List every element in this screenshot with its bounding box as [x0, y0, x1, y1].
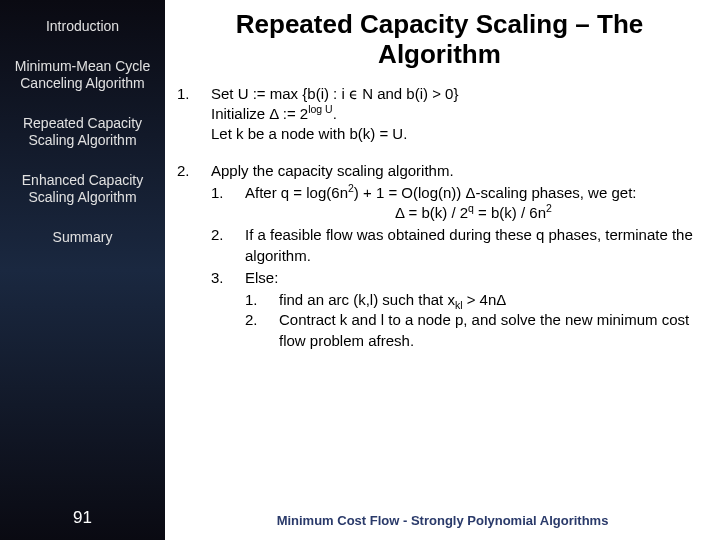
step2-3-1a: find an arc (k,l) such that x: [279, 291, 455, 308]
slide-title: Repeated Capacity Scaling – The Algorith…: [177, 10, 702, 70]
sidebar-item-ecs: Enhanced Capacity Scaling Algorithm: [8, 172, 157, 207]
step2-3-1-sub: kl: [455, 299, 463, 311]
step2-3-1: find an arc (k,l) such that xkl > 4nΔ: [245, 290, 702, 310]
sidebar: Introduction Minimum-Mean Cycle Cancelin…: [0, 0, 165, 540]
step2-1b: ) + 1 = O(log(n)) Δ-scaling phases, we g…: [354, 184, 637, 201]
slide-body: Set U := max {b(i) : i ϵ N and b(i) > 0}…: [177, 84, 702, 351]
step2-1-center-a: Δ = b(k) / 2: [395, 204, 468, 221]
sidebar-item-mmcc: Minimum-Mean Cycle Canceling Algorithm: [8, 58, 157, 93]
page-number: 91: [0, 508, 165, 528]
sidebar-item-rcs: Repeated Capacity Scaling Algorithm: [8, 115, 157, 150]
step1-line1: Set U := max {b(i) : i ϵ N and b(i) > 0}: [211, 85, 458, 102]
step2-intro: Apply the capacity scaling algorithm.: [211, 162, 454, 179]
slide-footer: Minimum Cost Flow - Strongly Polynomial …: [165, 513, 720, 528]
step2-3-text: Else:: [245, 269, 278, 286]
step2-1: After q = log(6n2) + 1 = O(log(n)) Δ-sca…: [211, 183, 702, 224]
step2-3-1b: > 4nΔ: [463, 291, 507, 308]
sidebar-item-summary: Summary: [8, 229, 157, 247]
step1-line3: Let k be a node with b(k) = U.: [211, 125, 407, 142]
step2-1-center: Δ = b(k) / 2q = b(k) / 6n2: [245, 203, 702, 223]
sidebar-item-introduction: Introduction: [8, 18, 157, 36]
step1-line2a: Initialize Δ := 2: [211, 105, 308, 122]
main-content: Repeated Capacity Scaling – The Algorith…: [165, 0, 720, 540]
step2-3: Else: find an arc (k,l) such that xkl > …: [211, 268, 702, 351]
step1-line2-sup: log U: [308, 103, 333, 115]
step-2: Apply the capacity scaling algorithm. Af…: [177, 161, 702, 351]
step2-3-2: Contract k and l to a node p, and solve …: [245, 310, 702, 351]
step2-1a: After q = log(6n: [245, 184, 348, 201]
step2-1-center-sup-2: 2: [546, 202, 552, 214]
step-1: Set U := max {b(i) : i ϵ N and b(i) > 0}…: [177, 84, 702, 145]
step1-line2b: .: [333, 105, 337, 122]
step2-2: If a feasible flow was obtained during t…: [211, 225, 702, 266]
step2-1-center-b: = b(k) / 6n: [474, 204, 546, 221]
